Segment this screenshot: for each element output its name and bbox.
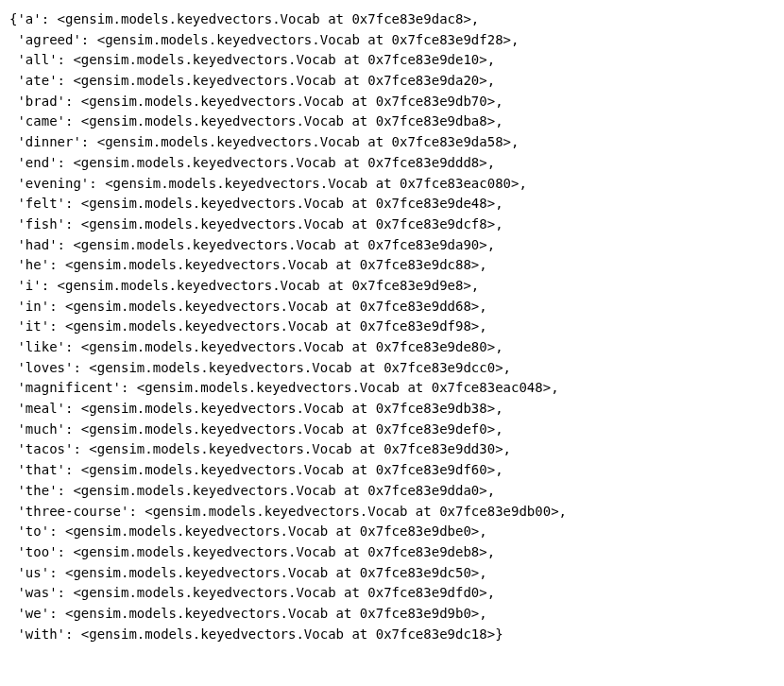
dict-entry-line: 'all': <gensim.models.keyedvectors.Vocab… xyxy=(9,50,775,71)
dict-entry-line: 'felt': <gensim.models.keyedvectors.Voca… xyxy=(9,194,775,214)
dict-entry-line: 'had': <gensim.models.keyedvectors.Vocab… xyxy=(9,235,775,256)
dict-entry-line: 'magnificent': <gensim.models.keyedvecto… xyxy=(9,378,775,399)
dict-entry-line: 'the': <gensim.models.keyedvectors.Vocab… xyxy=(9,481,775,502)
dict-entry-line: 'fish': <gensim.models.keyedvectors.Voca… xyxy=(9,214,775,235)
dict-entry-line: 'tacos': <gensim.models.keyedvectors.Voc… xyxy=(9,439,775,460)
dict-entry-line: 'too': <gensim.models.keyedvectors.Vocab… xyxy=(9,542,775,563)
dict-entry-line: 'we': <gensim.models.keyedvectors.Vocab … xyxy=(9,604,775,625)
dict-entry-line: 'ate': <gensim.models.keyedvectors.Vocab… xyxy=(9,71,775,92)
dict-entry-line: 'loves': <gensim.models.keyedvectors.Voc… xyxy=(9,358,775,379)
dict-entry-line: 'that': <gensim.models.keyedvectors.Voca… xyxy=(9,460,775,481)
dict-entry-line: 'was': <gensim.models.keyedvectors.Vocab… xyxy=(9,583,775,604)
dict-entry-line: 'agreed': <gensim.models.keyedvectors.Vo… xyxy=(9,30,775,51)
dict-entry-line: 'evening': <gensim.models.keyedvectors.V… xyxy=(9,174,775,195)
dict-entry-line: 'much': <gensim.models.keyedvectors.Voca… xyxy=(9,420,775,440)
dict-entry-line: 'i': <gensim.models.keyedvectors.Vocab a… xyxy=(9,276,775,297)
dict-entry-line: 'brad': <gensim.models.keyedvectors.Voca… xyxy=(9,92,775,112)
dict-entry-line: 'end': <gensim.models.keyedvectors.Vocab… xyxy=(9,153,775,174)
dict-entry-line: {'a': <gensim.models.keyedvectors.Vocab … xyxy=(9,9,775,30)
dict-entry-line: 'us': <gensim.models.keyedvectors.Vocab … xyxy=(9,563,775,584)
dict-entry-line: 'with': <gensim.models.keyedvectors.Voca… xyxy=(9,625,775,645)
dict-entry-line: 'dinner': <gensim.models.keyedvectors.Vo… xyxy=(9,132,775,153)
dict-entry-line: 'in': <gensim.models.keyedvectors.Vocab … xyxy=(9,297,775,317)
dict-entry-line: 'it': <gensim.models.keyedvectors.Vocab … xyxy=(9,317,775,337)
dict-entry-line: 'three-course': <gensim.models.keyedvect… xyxy=(9,502,775,523)
dict-entry-line: 'meal': <gensim.models.keyedvectors.Voca… xyxy=(9,399,775,420)
python-dict-output: {'a': <gensim.models.keyedvectors.Vocab … xyxy=(9,9,775,644)
dict-entry-line: 'like': <gensim.models.keyedvectors.Voca… xyxy=(9,337,775,358)
dict-entry-line: 'to': <gensim.models.keyedvectors.Vocab … xyxy=(9,522,775,542)
dict-entry-line: 'he': <gensim.models.keyedvectors.Vocab … xyxy=(9,255,775,276)
dict-entry-line: 'came': <gensim.models.keyedvectors.Voca… xyxy=(9,111,775,132)
